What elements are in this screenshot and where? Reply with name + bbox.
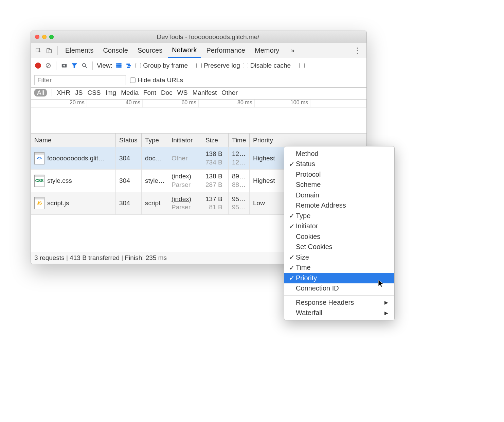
preserve-log-checkbox[interactable]: Preserve log [196, 62, 240, 69]
menu-separator [284, 295, 394, 296]
filter-input[interactable] [34, 75, 126, 85]
offline-checkbox[interactable] [299, 63, 305, 68]
menu-item-status[interactable]: ✓Status [284, 159, 394, 170]
disable-cache-label: Disable cache [250, 62, 291, 69]
filter-css[interactable]: CSS [87, 89, 101, 96]
time-cell: 12… [232, 150, 246, 158]
checkbox-icon [196, 63, 202, 68]
timeline-overview[interactable]: 20 ms 40 ms 60 ms 80 ms 100 ms [31, 100, 366, 134]
checkbox-icon [243, 63, 248, 68]
large-rows-icon[interactable] [115, 62, 123, 69]
filter-font[interactable]: Font [143, 89, 156, 96]
filter-all[interactable]: All [34, 89, 47, 96]
more-tabs-button[interactable]: » [287, 43, 299, 58]
css-file-icon: CSS [34, 175, 44, 187]
time-sub: 12… [232, 158, 246, 167]
tick-label: 20 ms [31, 100, 87, 107]
separator [295, 61, 295, 70]
type-filter-bar: All XHR JS CSS Img Media Font Doc WS Man… [31, 88, 366, 100]
menu-item-label: Protocol [296, 171, 388, 178]
column-header-initiator[interactable]: Initiator [168, 134, 202, 147]
menu-item-size[interactable]: ✓Size [284, 252, 394, 263]
column-header-time[interactable]: Time [229, 134, 250, 147]
column-header-type[interactable]: Type [142, 134, 168, 147]
checkbox-icon [130, 77, 136, 83]
group-by-frame-checkbox[interactable]: Group by frame [136, 62, 188, 69]
request-name: style.css [47, 177, 72, 184]
menu-item-label: Scheme [296, 181, 388, 189]
close-window-button[interactable] [35, 35, 39, 39]
column-header-size[interactable]: Size [202, 134, 229, 147]
submenu-arrow-icon: ▶ [384, 300, 388, 305]
menu-item-protocol[interactable]: Protocol [284, 169, 394, 180]
tab-sources[interactable]: Sources [133, 43, 166, 58]
filter-doc[interactable]: Doc [161, 89, 173, 96]
column-header-priority[interactable]: Priority [250, 134, 366, 147]
cursor-icon [378, 279, 384, 289]
menu-item-label: Domain [296, 191, 388, 199]
menu-item-cookies[interactable]: Cookies [284, 231, 394, 242]
menu-item-label: Status [296, 160, 388, 168]
settings-menu-icon[interactable]: ⋮ [351, 46, 364, 55]
initiator-link[interactable]: (index) [172, 172, 191, 181]
menu-item-response-headers[interactable]: Response Headers▶ [284, 297, 394, 308]
separator [192, 61, 192, 70]
svg-point-6 [63, 65, 65, 66]
minimize-window-button[interactable] [42, 35, 47, 39]
menu-item-label: Response Headers [296, 299, 384, 306]
type-cell: style… [142, 170, 168, 192]
initiator-link[interactable]: (index) [172, 195, 191, 204]
filter-xhr[interactable]: XHR [57, 89, 70, 96]
menu-item-waterfall[interactable]: Waterfall▶ [284, 308, 394, 318]
menu-item-label: Cookies [296, 233, 388, 241]
menu-item-remote-address[interactable]: Remote Address [284, 200, 394, 211]
tab-network[interactable]: Network [168, 43, 201, 58]
menu-item-domain[interactable]: Domain [284, 190, 394, 200]
type-cell: doc… [142, 147, 168, 169]
request-name: fooooooooods.glit… [47, 155, 105, 162]
filter-other[interactable]: Other [221, 89, 238, 96]
filter-bar: Hide data URLs [31, 73, 366, 88]
tab-memory[interactable]: Memory [251, 43, 283, 58]
filter-media[interactable]: Media [121, 89, 139, 96]
filter-js[interactable]: JS [75, 89, 83, 96]
record-button[interactable] [34, 62, 42, 69]
disable-cache-checkbox[interactable]: Disable cache [243, 62, 291, 69]
column-header-status[interactable]: Status [116, 134, 142, 147]
menu-item-set-cookies[interactable]: Set Cookies [284, 242, 394, 252]
menu-item-scheme[interactable]: Scheme [284, 180, 394, 190]
inspect-element-icon[interactable] [34, 46, 43, 55]
tab-console[interactable]: Console [99, 43, 132, 58]
window-title: DevTools - fooooooooods.glitch.me/ [54, 33, 362, 41]
check-icon: ✓ [288, 264, 296, 272]
filter-icon[interactable] [71, 62, 78, 69]
capture-screenshots-icon[interactable] [60, 62, 68, 69]
device-toolbar-icon[interactable] [44, 46, 54, 55]
column-header-name[interactable]: Name [31, 134, 116, 147]
filter-ws[interactable]: WS [177, 89, 188, 96]
menu-item-label: Priority [296, 274, 388, 282]
svg-line-4 [47, 64, 50, 67]
search-icon[interactable] [81, 62, 88, 69]
menu-item-method[interactable]: Method [284, 148, 394, 159]
hide-data-urls-checkbox[interactable]: Hide data URLs [130, 76, 183, 84]
filter-manifest[interactable]: Manifest [192, 89, 217, 96]
tab-performance[interactable]: Performance [202, 43, 250, 58]
svg-rect-12 [118, 65, 121, 66]
svg-point-7 [83, 63, 86, 66]
menu-item-time[interactable]: ✓Time [284, 263, 394, 273]
hide-data-urls-label: Hide data URLs [138, 76, 183, 84]
zoom-window-button[interactable] [49, 35, 54, 39]
waterfall-view-icon[interactable] [125, 62, 133, 69]
svg-line-8 [85, 66, 87, 68]
menu-item-type[interactable]: ✓Type [284, 211, 394, 221]
filter-img[interactable]: Img [106, 89, 116, 96]
svg-rect-2 [49, 49, 51, 53]
titlebar: DevTools - fooooooooods.glitch.me/ [31, 31, 366, 43]
clear-button[interactable] [44, 62, 52, 69]
tab-elements[interactable]: Elements [61, 43, 97, 58]
network-table-header: Name Status Type Initiator Size Time Pri… [31, 134, 366, 147]
menu-item-label: Remote Address [296, 201, 388, 209]
separator [57, 46, 58, 55]
menu-item-initiator[interactable]: ✓Initiator [284, 221, 394, 232]
